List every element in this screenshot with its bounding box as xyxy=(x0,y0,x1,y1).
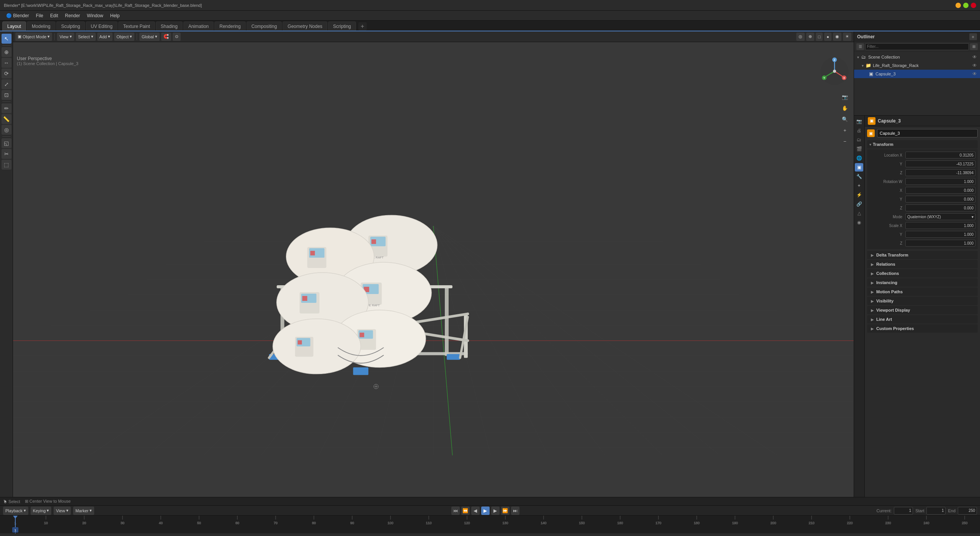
viewport-select-menu[interactable]: Select ▾ xyxy=(76,33,96,41)
scale-y-input[interactable] xyxy=(905,231,975,238)
props-tab-view-layer[interactable]: 🗂 xyxy=(855,136,863,144)
props-tab-physics[interactable]: ⚡ xyxy=(855,191,863,199)
viewport-global-selector[interactable]: Global ▾ xyxy=(139,33,160,41)
tab-scripting[interactable]: Scripting xyxy=(328,21,356,31)
jump-end-btn[interactable]: ⏭ xyxy=(511,507,519,515)
menu-help[interactable]: Help xyxy=(107,12,123,19)
tool-extra[interactable]: ⬚ xyxy=(2,160,11,170)
viewport-shading-render[interactable]: ☀ xyxy=(843,33,851,41)
props-tab-data[interactable]: △ xyxy=(855,209,863,217)
tool-options[interactable]: ◱ xyxy=(2,138,11,148)
timeline-keying-menu[interactable]: Keying ▾ xyxy=(31,507,52,515)
viewport[interactable]: ▣ Object Mode ▾ View ▾ Select ▾ Add ▾ Ob… xyxy=(13,31,854,525)
hand-view-btn[interactable]: ✋ xyxy=(840,103,850,113)
rotation-y-input[interactable] xyxy=(905,196,975,203)
props-tab-material[interactable]: ◉ xyxy=(855,218,863,227)
overlay-button[interactable]: ◎ xyxy=(796,33,805,41)
rotation-mode-dropdown[interactable]: Quaternion (WXYZ) ▾ xyxy=(905,213,975,220)
maximize-button[interactable] xyxy=(963,3,969,8)
props-tab-modifiers[interactable]: 🔧 xyxy=(855,172,863,181)
scene-collection-eye[interactable]: 👁 xyxy=(972,54,977,60)
tool-cursor[interactable]: ⊕ xyxy=(2,47,11,57)
tool-scale[interactable]: ⤢ xyxy=(2,79,11,89)
scale-x-input[interactable] xyxy=(905,222,975,229)
props-tab-output[interactable]: 🖨 xyxy=(855,126,863,135)
tool-cut[interactable]: ✂ xyxy=(2,149,11,159)
props-tab-scene[interactable]: 🎬 xyxy=(855,145,863,153)
outliner-mode-btn[interactable]: ☰ xyxy=(856,43,864,50)
tool-annotate[interactable]: ✏ xyxy=(2,103,11,113)
tool-add-object[interactable]: ◎ xyxy=(2,125,11,135)
outliner-search[interactable] xyxy=(865,43,969,50)
rotation-w-input[interactable] xyxy=(905,178,975,185)
timeline-track[interactable]: 1 10 20 30 40 50 60 70 80 90 1 xyxy=(0,516,980,533)
transform-section-header[interactable]: ▾ Transform xyxy=(867,140,978,149)
rotation-x-input[interactable] xyxy=(905,187,975,194)
location-z-input[interactable] xyxy=(905,169,975,176)
tab-texture-paint[interactable]: Texture Paint xyxy=(118,21,155,31)
zoom-btn[interactable]: 🔍 xyxy=(840,114,850,124)
props-tab-object[interactable]: ▣ xyxy=(855,163,863,172)
end-frame-input[interactable] xyxy=(958,507,977,515)
props-tab-constraints[interactable]: 🔗 xyxy=(855,200,863,208)
visibility-section[interactable]: ▶ Visibility xyxy=(867,297,978,305)
viewport-mode-selector[interactable]: ▣ Object Mode ▾ xyxy=(15,33,52,41)
play-btn[interactable]: ▶ xyxy=(481,507,490,515)
outliner-filter-btn[interactable]: ≡ xyxy=(969,33,977,40)
tab-layout[interactable]: Layout xyxy=(2,21,26,31)
tab-shading[interactable]: Shading xyxy=(156,21,183,31)
collections-section[interactable]: ▶ Collections xyxy=(867,269,978,278)
jump-start-btn[interactable]: ⏮ xyxy=(451,507,460,515)
timeline-playback-menu[interactable]: Playback ▾ xyxy=(3,507,28,515)
props-tab-world[interactable]: 🌐 xyxy=(855,154,863,162)
plus-zoom-btn[interactable]: + xyxy=(840,125,850,135)
viewport-shading-wire[interactable]: □ xyxy=(816,33,823,41)
timeline-view-menu[interactable]: View ▾ xyxy=(54,507,71,515)
camera-view-btn[interactable]: 📷 xyxy=(840,92,850,102)
menu-render[interactable]: Render xyxy=(62,12,83,19)
delta-transform-section[interactable]: ▶ Delta Transform xyxy=(867,251,978,259)
raft-eye[interactable]: 👁 xyxy=(972,63,977,68)
proportional-edit[interactable]: ⊙ xyxy=(173,33,181,41)
object-name-input[interactable] xyxy=(877,129,978,137)
viewport-shading-solid[interactable]: ● xyxy=(824,33,831,41)
rotation-z-input[interactable] xyxy=(905,204,975,211)
capsule-eye[interactable]: 👁 xyxy=(972,71,977,77)
outliner-item-scene-collection[interactable]: ▾ 🗂 Scene Collection 👁 xyxy=(854,53,980,61)
tab-geometry-nodes[interactable]: Geometry Nodes xyxy=(283,21,327,31)
tool-select[interactable]: ↖ xyxy=(2,34,11,44)
tab-modeling[interactable]: Modeling xyxy=(27,21,56,31)
scale-z-input[interactable] xyxy=(905,240,975,247)
gizmo-button[interactable]: ⊕ xyxy=(806,33,814,41)
tab-uv-editing[interactable]: UV Editing xyxy=(86,21,118,31)
tab-rendering[interactable]: Rendering xyxy=(214,21,245,31)
tool-measure[interactable]: 📏 xyxy=(2,114,11,124)
tab-animation[interactable]: Animation xyxy=(183,21,214,31)
menu-window[interactable]: Window xyxy=(84,12,106,19)
close-button[interactable] xyxy=(971,3,976,8)
menu-file[interactable]: File xyxy=(33,12,46,19)
tab-compositing[interactable]: Compositing xyxy=(247,21,282,31)
location-x-input[interactable] xyxy=(905,152,975,159)
snap-toggle[interactable]: 🧲 xyxy=(161,33,171,41)
outliner-item-capsule3[interactable]: ▣ Capsule_3 👁 xyxy=(854,70,980,78)
start-frame-input[interactable] xyxy=(926,507,946,515)
tool-transform[interactable]: ⊡ xyxy=(2,90,11,100)
prev-key-btn[interactable]: ⏪ xyxy=(461,507,470,515)
location-y-input[interactable] xyxy=(905,160,975,167)
relations-section[interactable]: ▶ Relations xyxy=(867,260,978,268)
minus-zoom-btn[interactable]: − xyxy=(840,136,850,146)
minimize-button[interactable] xyxy=(956,3,961,8)
props-tab-particles[interactable]: ✦ xyxy=(855,181,863,190)
viewport-add-menu[interactable]: Add ▾ xyxy=(97,33,113,41)
custom-props-section[interactable]: ▶ Custom Properties xyxy=(867,324,978,333)
tab-sculpting[interactable]: Sculpting xyxy=(56,21,85,31)
timeline-marker-menu[interactable]: Marker ▾ xyxy=(73,507,94,515)
props-tab-render[interactable]: 📷 xyxy=(855,117,863,126)
tool-move[interactable]: ↔ xyxy=(2,58,11,68)
next-key-btn[interactable]: ⏩ xyxy=(501,507,510,515)
current-frame-input[interactable] xyxy=(894,507,913,515)
prev-frame-btn[interactable]: ◀ xyxy=(471,507,480,515)
viewport-shading-material[interactable]: ◉ xyxy=(833,33,841,41)
next-frame-btn[interactable]: ▶ xyxy=(491,507,500,515)
